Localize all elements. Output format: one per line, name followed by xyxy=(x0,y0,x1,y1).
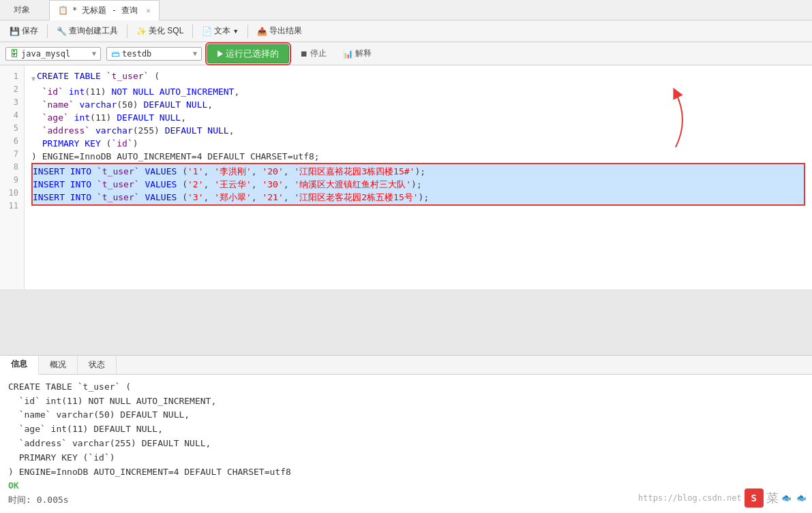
db-bar: 🗄 java_mysql ▼ 🗃 testdb ▼ 运行已选择的 ⏹ 停止 📊 … xyxy=(0,42,812,65)
code-line-2: `id` int(11) NOT NULL AUTO_INCREMENT, xyxy=(31,85,805,98)
database-select[interactable]: 🗃 testdb ▼ xyxy=(106,47,202,61)
stop-label: 停止 xyxy=(310,48,327,59)
line-numbers: 1 2 3 4 5 6 7 8 9 10 11 xyxy=(0,65,25,290)
info-line-6: PRIMARY KEY (`id`) xyxy=(8,451,804,465)
explain-icon: 📊 xyxy=(343,49,353,59)
bottom-panel: 信息 概况 状态 CREATE TABLE `t_user` ( `id` in… xyxy=(0,355,812,513)
save-button[interactable]: 💾 保存 xyxy=(4,23,44,39)
code-line-11 xyxy=(31,206,805,219)
info-line-2: `id` int(11) NOT NULL AUTO_INCREMENT, xyxy=(8,394,804,409)
export-button[interactable]: 📤 导出结果 xyxy=(252,23,307,39)
info-ok: OK xyxy=(8,479,804,493)
stop-icon: ⏹ xyxy=(300,49,308,59)
query-tab-label: * 无标题 - 查询 xyxy=(72,5,138,16)
run-selected-button[interactable]: 运行已选择的 xyxy=(207,44,289,63)
query-builder-button[interactable]: 🔧 查询创建工具 xyxy=(51,23,123,39)
save-icon: 💾 xyxy=(10,27,20,36)
tab-overview[interactable]: 概况 xyxy=(39,356,78,374)
toolbar-sep-4 xyxy=(247,25,248,38)
text-dropdown-arrow: ▼ xyxy=(232,28,239,35)
stop-button[interactable]: ⏹ 停止 xyxy=(295,46,332,61)
connection-value: java_mysql xyxy=(21,49,70,59)
info-line-3: `name` varchar(50) DEFAULT NULL, xyxy=(8,408,804,422)
export-icon: 📤 xyxy=(257,27,267,36)
connection-select[interactable]: 🗄 java_mysql ▼ xyxy=(5,47,101,61)
query-tab[interactable]: 📋 * 无标题 - 查询 ✕ xyxy=(49,0,160,20)
selected-insert-block: INSERT INTO `t_user` VALUES ('1', '李洪刚',… xyxy=(31,163,805,206)
code-line-3: `name` varchar(50) DEFAULT NULL, xyxy=(31,98,805,111)
explain-label: 解释 xyxy=(355,48,372,59)
info-line-5: `address` varchar(255) DEFAULT NULL, xyxy=(8,437,804,451)
connection-icon: 🗄 xyxy=(10,49,18,59)
code-line-10: INSERT INTO `t_user` VALUES ('3', '郑小翠',… xyxy=(33,191,804,204)
bottom-info-content: CREATE TABLE `t_user` ( `id` int(11) NOT… xyxy=(0,375,812,513)
code-line-8: INSERT INTO `t_user` VALUES ('1', '李洪刚',… xyxy=(33,165,804,178)
database-dropdown-arrow: ▼ xyxy=(187,50,197,57)
info-line-1: CREATE TABLE `t_user` ( xyxy=(8,380,804,394)
editor-area[interactable]: 1 2 3 4 5 6 7 8 9 10 11 ▼ CREATE TABLE `… xyxy=(0,65,812,290)
database-value: testdb xyxy=(122,49,151,59)
empty-space xyxy=(0,290,812,355)
toolbar-sep-2 xyxy=(127,25,127,38)
code-line-1: ▼ CREATE TABLE `t_user` ( xyxy=(31,69,805,85)
title-bar: 对象 📋 * 无标题 - 查询 ✕ xyxy=(0,0,812,20)
explain-button[interactable]: 📊 解释 xyxy=(337,46,377,61)
beautify-icon: ✨ xyxy=(136,27,147,36)
info-line-4: `age` int(11) DEFAULT NULL, xyxy=(8,422,804,437)
toolbar: 💾 保存 🔧 查询创建工具 ✨ 美化 SQL 📄 文本 ▼ 📤 导出结果 xyxy=(0,20,812,42)
text-button[interactable]: 📄 文本 ▼ xyxy=(196,23,244,39)
query-tab-close[interactable]: ✕ xyxy=(146,6,151,15)
run-arrow-icon xyxy=(217,50,223,57)
run-label: 运行已选择的 xyxy=(226,48,279,60)
fold-icon-1[interactable]: ▼ xyxy=(31,72,35,85)
code-line-4: `age` int(11) DEFAULT NULL, xyxy=(31,111,805,124)
query-tab-icon: 📋 xyxy=(58,5,68,15)
database-icon: 🗃 xyxy=(111,49,119,59)
toolbar-sep-1 xyxy=(47,25,48,38)
tab-info[interactable]: 信息 xyxy=(0,356,39,375)
code-line-5: `address` varchar(255) DEFAULT NULL, xyxy=(31,124,805,137)
connection-dropdown-arrow: ▼ xyxy=(87,50,96,57)
query-builder-icon: 🔧 xyxy=(57,27,67,36)
code-line-6: PRIMARY KEY (`id`) xyxy=(31,137,805,150)
code-editor[interactable]: ▼ CREATE TABLE `t_user` ( `id` int(11) N… xyxy=(25,65,812,290)
obj-tab-label[interactable]: 对象 xyxy=(5,4,38,16)
tab-status[interactable]: 状态 xyxy=(78,356,117,374)
info-line-7: ) ENGINE=InnoDB AUTO_INCREMENT=4 DEFAULT… xyxy=(8,465,804,480)
info-time: 时间: 0.005s xyxy=(8,493,804,508)
beautify-button[interactable]: ✨ 美化 SQL xyxy=(131,23,189,39)
code-line-7: ) ENGINE=InnoDB AUTO_INCREMENT=4 DEFAULT… xyxy=(31,150,805,163)
code-line-9: INSERT INTO `t_user` VALUES ('2', '王云华',… xyxy=(33,178,804,191)
app-window: 对象 📋 * 无标题 - 查询 ✕ 💾 保存 🔧 查询创建工具 ✨ 美化 SQL… xyxy=(0,0,812,513)
text-icon: 📄 xyxy=(202,27,212,36)
toolbar-sep-3 xyxy=(192,25,193,38)
bottom-tabs: 信息 概况 状态 xyxy=(0,356,812,375)
